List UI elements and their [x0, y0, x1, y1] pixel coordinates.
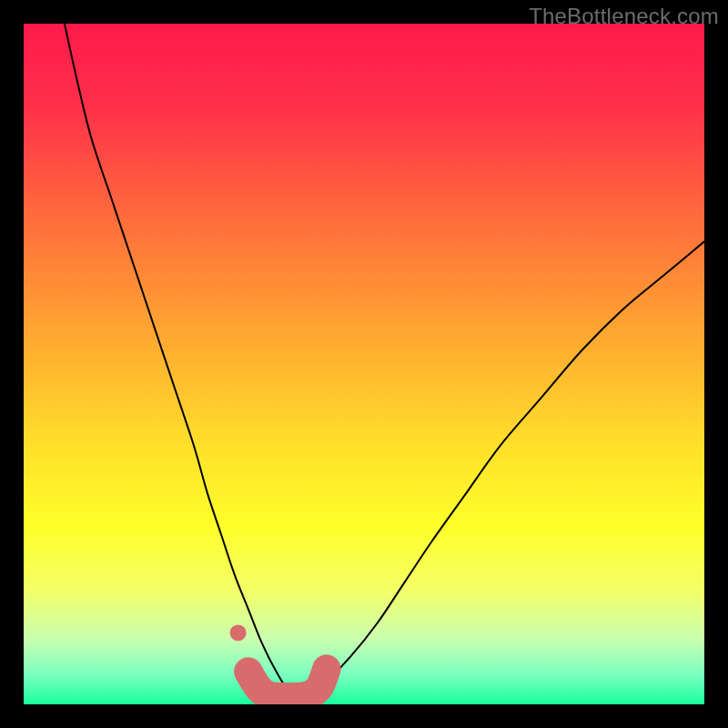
- gradient-background: [24, 24, 704, 704]
- watermark-text: TheBottleneck.com: [529, 4, 719, 29]
- marker-left: [230, 624, 247, 641]
- bottleneck-chart: [24, 24, 704, 704]
- data-points: [230, 624, 247, 641]
- chart-frame: [24, 24, 704, 704]
